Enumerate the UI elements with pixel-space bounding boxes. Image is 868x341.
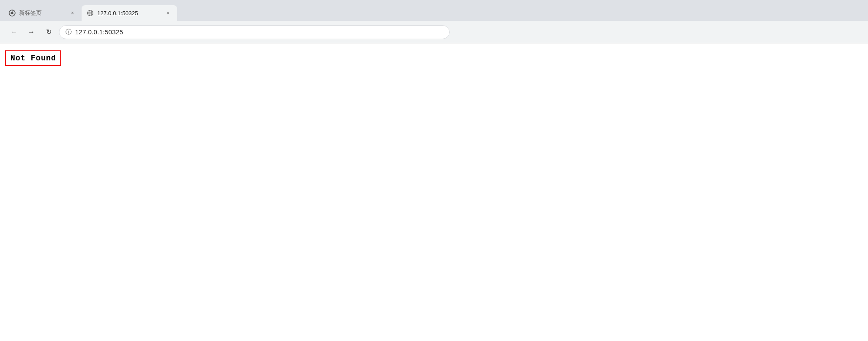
not-found-text: Not Found	[10, 54, 56, 63]
address-info-icon: ⓘ	[66, 28, 72, 36]
forward-icon: →	[28, 28, 35, 36]
address-bar[interactable]: ⓘ 127.0.0.1:50325	[59, 25, 450, 39]
tab-local-server[interactable]: 127.0.0.1:50325 ×	[82, 5, 177, 21]
tab-bar: 新标签页 × 127.0.0.1:50325 ×	[0, 0, 868, 21]
tab-new-tab[interactable]: 新标签页 ×	[3, 5, 82, 21]
browser-chrome: 新标签页 × 127.0.0.1:50325 × ← → ↻	[0, 0, 868, 43]
not-found-box: Not Found	[5, 50, 61, 66]
forward-button[interactable]: →	[24, 25, 38, 39]
svg-point-1	[11, 12, 13, 14]
reload-icon: ↻	[46, 28, 52, 36]
back-icon: ←	[10, 28, 17, 36]
back-button[interactable]: ←	[7, 25, 21, 39]
reload-button[interactable]: ↻	[42, 25, 56, 39]
globe-icon	[87, 10, 94, 17]
tab-local-server-close[interactable]: ×	[164, 9, 172, 17]
address-text: 127.0.0.1:50325	[75, 28, 123, 36]
chrome-icon	[9, 10, 16, 17]
tab-new-tab-close[interactable]: ×	[69, 9, 76, 17]
page-content: Not Found	[0, 43, 868, 341]
tab-local-server-title: 127.0.0.1:50325	[97, 10, 161, 17]
svg-point-6	[89, 10, 92, 16]
svg-point-5	[88, 10, 93, 16]
tab-new-tab-title: 新标签页	[19, 9, 65, 17]
toolbar: ← → ↻ ⓘ 127.0.0.1:50325	[0, 21, 868, 43]
